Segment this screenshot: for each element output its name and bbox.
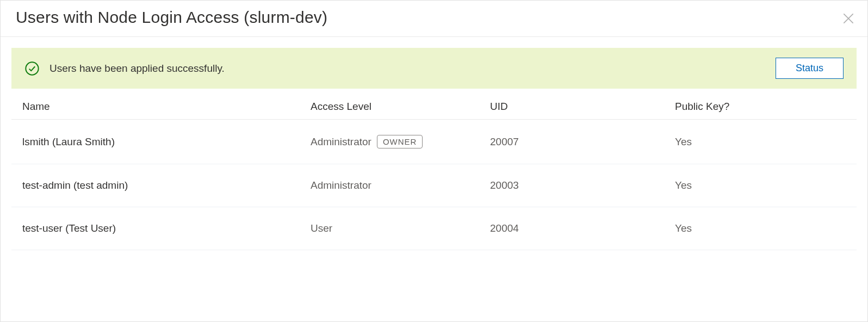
access-level-text: User (311, 222, 332, 234)
header-access-level: Access Level (311, 101, 490, 113)
header-name: Name (22, 101, 311, 113)
header-public-key: Public Key? (675, 101, 846, 113)
access-level-text: Administrator (311, 136, 371, 148)
check-circle-icon (24, 61, 40, 76)
cell-name: test-user (Test User) (22, 222, 311, 234)
cell-public-key: Yes (675, 136, 846, 148)
cell-access-level: Administrator OWNER (311, 135, 490, 148)
table-row: test-user (Test User) User 20004 Yes (11, 207, 857, 250)
dialog-header: Users with Node Login Access (slurm-dev) (1, 1, 867, 37)
cell-public-key: Yes (675, 179, 846, 191)
dialog-title: Users with Node Login Access (slurm-dev) (16, 8, 327, 27)
close-icon (841, 11, 855, 26)
svg-point-2 (26, 62, 38, 75)
cell-access-level: User (311, 222, 490, 234)
owner-badge: OWNER (377, 135, 423, 148)
access-level-text: Administrator (311, 179, 371, 191)
users-dialog: Users with Node Login Access (slurm-dev)… (0, 0, 868, 322)
cell-access-level: Administrator (311, 179, 490, 191)
users-table: Name Access Level UID Public Key? lsmith… (11, 94, 857, 250)
banner-message: Users have been applied successfully. (49, 63, 225, 75)
cell-name: test-admin (test admin) (22, 179, 311, 191)
cell-name: lsmith (Laura Smith) (22, 136, 311, 148)
dialog-content: Users have been applied successfully. St… (1, 37, 867, 250)
table-row: lsmith (Laura Smith) Administrator OWNER… (11, 120, 857, 164)
status-button[interactable]: Status (776, 58, 844, 79)
cell-uid: 20003 (490, 179, 675, 191)
table-row: test-admin (test admin) Administrator 20… (11, 164, 857, 207)
cell-uid: 20004 (490, 222, 675, 234)
success-banner: Users have been applied successfully. St… (11, 48, 857, 89)
cell-public-key: Yes (675, 222, 846, 234)
header-uid: UID (490, 101, 675, 113)
close-button[interactable] (839, 9, 858, 28)
cell-uid: 20007 (490, 136, 675, 148)
table-header-row: Name Access Level UID Public Key? (11, 94, 857, 120)
banner-left: Users have been applied successfully. (24, 61, 225, 76)
